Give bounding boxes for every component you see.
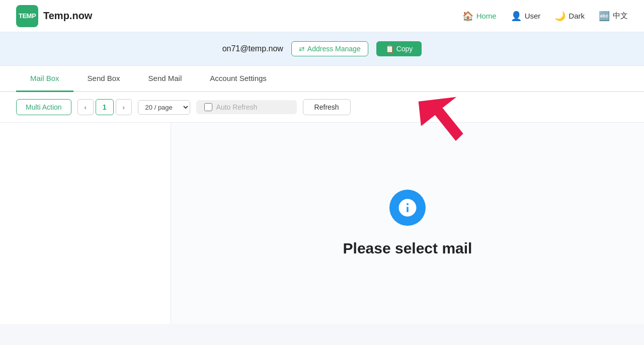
prev-page-button[interactable]: ‹ [77,99,94,115]
nav-user[interactable]: 👤 User [511,11,541,22]
copy-icon: 📋 [385,45,394,53]
mail-list-pane [0,123,171,324]
moon-icon: 🌙 [554,11,566,22]
logo-icon: TEMP [16,5,38,27]
refresh-button[interactable]: Refresh [303,99,351,115]
nav-user-label: User [525,12,541,20]
mail-detail-pane: Please select mail [171,123,644,324]
please-select-text: Please select mail [343,240,472,257]
copy-label: Copy [396,45,413,53]
toolbar: Multi Action ‹ 1 › 20 / page 50 / page 1… [0,92,644,123]
auto-refresh-wrap: Auto Refresh [196,100,297,114]
tab-sendbox[interactable]: Send Box [73,66,134,92]
nav-home-label: Home [476,12,497,20]
address-manage-label: Address Manage [307,45,361,53]
tab-account-settings[interactable]: Account Settings [196,66,281,92]
pagination: ‹ 1 › [77,99,132,115]
nav-dark-label: Dark [569,12,585,20]
page-size-select[interactable]: 20 / page 50 / page 100 / page [138,100,190,115]
nav-items: 🏠 Home 👤 User 🌙 Dark 🔤 中文 [462,11,628,22]
tabs-bar: Mail Box Send Box Send Mail Account Sett… [0,66,644,92]
tab-sendmail[interactable]: Send Mail [134,66,196,92]
logo-wrap: TEMP Temp.now [16,5,92,27]
address-manage-icon: ⇄ [299,45,305,53]
email-address: on71@temp.now [222,44,283,53]
main-content: Please select mail [0,123,644,324]
copy-button[interactable]: 📋 Copy [376,41,422,56]
user-icon: 👤 [511,11,522,22]
nav-lang-label: 中文 [613,11,628,21]
nav-dark[interactable]: 🌙 Dark [554,11,585,22]
site-title: Temp.now [43,10,92,22]
auto-refresh-label: Auto Refresh [216,103,258,111]
nav-lang[interactable]: 🔤 中文 [599,11,628,22]
navbar: TEMP Temp.now 🏠 Home 👤 User 🌙 Dark 🔤 中文 [0,0,644,32]
translate-icon: 🔤 [599,11,610,22]
multi-action-button[interactable]: Multi Action [16,99,71,115]
nav-home[interactable]: 🏠 Home [462,11,497,22]
email-bar: on71@temp.now ⇄ Address Manage 📋 Copy [0,32,644,66]
info-icon [397,197,418,218]
home-icon: 🏠 [462,11,473,22]
tab-mailbox[interactable]: Mail Box [16,66,73,92]
auto-refresh-checkbox[interactable] [204,103,212,111]
info-icon-circle [389,190,426,226]
address-manage-button[interactable]: ⇄ Address Manage [291,41,368,56]
next-page-button[interactable]: › [116,99,132,115]
current-page: 1 [96,99,114,115]
